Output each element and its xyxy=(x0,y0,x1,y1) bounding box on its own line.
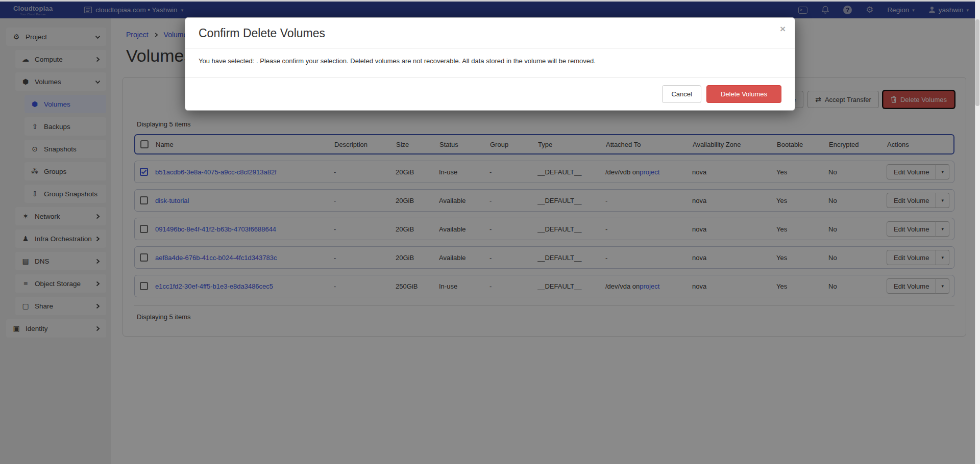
page-scrollbar[interactable] xyxy=(975,0,980,464)
close-icon[interactable]: × xyxy=(780,24,786,34)
browser-top-strip xyxy=(0,0,980,2)
scrollbar-thumb[interactable] xyxy=(975,19,979,106)
modal-footer: Cancel Delete Volumes xyxy=(185,78,795,110)
modal-body-text: You have selected: . Please confirm your… xyxy=(185,48,795,78)
confirm-delete-modal: Confirm Delete Volumes × You have select… xyxy=(185,17,795,111)
cancel-button[interactable]: Cancel xyxy=(662,85,701,103)
modal-header: Confirm Delete Volumes × xyxy=(185,18,795,48)
confirm-delete-button[interactable]: Delete Volumes xyxy=(706,85,781,103)
modal-title: Confirm Delete Volumes xyxy=(199,27,781,40)
